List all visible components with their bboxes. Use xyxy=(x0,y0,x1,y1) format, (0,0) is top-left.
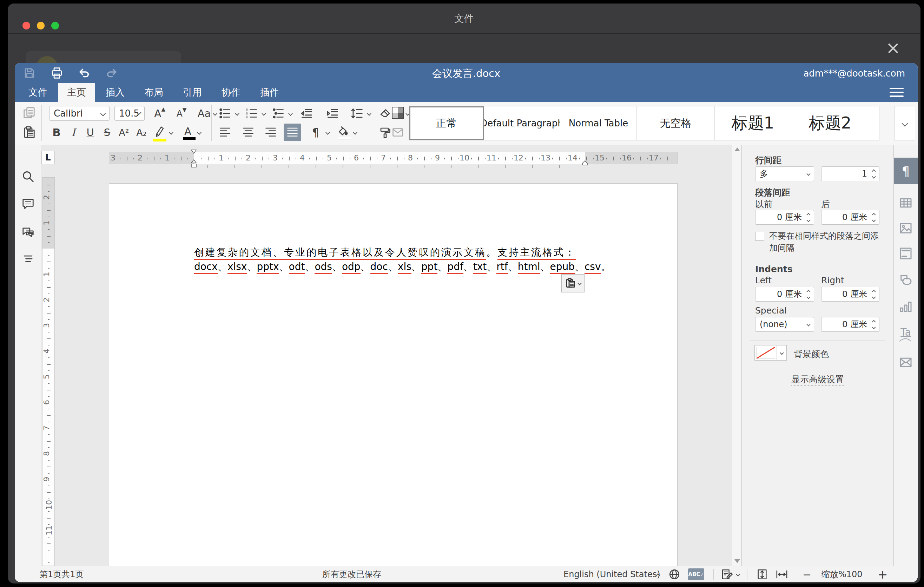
align-right-icon[interactable] xyxy=(262,124,279,140)
paste-icon[interactable] xyxy=(21,124,37,140)
align-left-icon[interactable] xyxy=(217,124,233,140)
spacing-after-spinner[interactable]: 0 厘米 xyxy=(821,210,879,225)
copy-icon[interactable] xyxy=(21,105,37,121)
set-language-globe-icon[interactable] xyxy=(668,566,680,582)
header-footer-settings-icon[interactable] xyxy=(894,240,918,267)
document-canvas[interactable]: L 3211234567891011121314151617 211234567… xyxy=(41,145,732,566)
tab-layout[interactable]: 布局 xyxy=(135,83,172,102)
paragraph-settings-icon[interactable]: ¶ xyxy=(894,158,918,184)
style-gallery-expand-icon[interactable] xyxy=(894,106,915,140)
language-arrow[interactable] xyxy=(657,566,659,582)
first-line-indent-marker[interactable] xyxy=(191,149,197,155)
multilevel-list-icon[interactable] xyxy=(270,106,287,122)
mailmerge-icon[interactable] xyxy=(390,124,406,140)
table-settings-icon[interactable] xyxy=(894,190,918,216)
style-default-paragraph[interactable]: Default Paragraph xyxy=(484,106,560,140)
italic-button[interactable]: I xyxy=(65,124,81,140)
underline-button[interactable]: U xyxy=(82,124,98,140)
tab-home[interactable]: 主页 xyxy=(58,83,95,102)
comments-icon[interactable] xyxy=(21,197,35,211)
style-normal-table[interactable]: Normal Table xyxy=(560,106,637,140)
style-heading2[interactable]: 标题2 xyxy=(791,106,869,140)
background-color-arrow[interactable] xyxy=(777,345,786,360)
tab-file[interactable]: 文件 xyxy=(20,83,56,102)
bullets-arrow[interactable] xyxy=(233,106,241,122)
tab-plugins[interactable]: 插件 xyxy=(251,83,288,102)
indent-left-spinner[interactable]: 0 厘米 xyxy=(755,287,814,302)
bullets-icon[interactable] xyxy=(217,106,233,122)
scroll-down-icon[interactable] xyxy=(734,559,740,563)
vertical-scrollbar[interactable] xyxy=(732,145,741,566)
chat-icon[interactable] xyxy=(21,225,35,239)
hamburger-menu-icon[interactable] xyxy=(889,86,904,98)
font-color-icon[interactable]: A xyxy=(180,124,196,140)
shading-arrow[interactable] xyxy=(350,124,360,140)
strikethrough-button[interactable]: S xyxy=(99,124,115,140)
left-indent-marker[interactable] xyxy=(191,159,197,169)
style-no-spacing[interactable]: 无空格 xyxy=(637,106,715,140)
font-size-select[interactable]: 10.5 xyxy=(114,106,145,121)
tab-insert[interactable]: 插入 xyxy=(97,83,134,102)
show-advanced-settings-link[interactable]: 显示高级设置 xyxy=(742,374,893,385)
align-justify-icon[interactable] xyxy=(284,124,301,141)
fit-width-icon[interactable] xyxy=(775,566,789,582)
undo-icon[interactable] xyxy=(77,66,91,80)
redo-icon[interactable] xyxy=(105,66,119,80)
navigation-headings-icon[interactable] xyxy=(21,252,35,265)
print-icon[interactable] xyxy=(50,66,64,80)
numbering-icon[interactable] xyxy=(244,106,260,122)
language-selector[interactable]: English (United States) xyxy=(563,566,660,582)
search-icon[interactable] xyxy=(21,170,35,183)
scroll-up-icon[interactable] xyxy=(734,147,740,151)
close-icon[interactable]: × xyxy=(883,37,904,58)
background-color-swatch[interactable] xyxy=(754,345,787,361)
fit-page-icon[interactable] xyxy=(756,566,768,582)
special-select[interactable]: (none) xyxy=(755,317,814,332)
line-spacing-select[interactable]: 多 xyxy=(755,167,814,181)
decrease-indent-icon[interactable] xyxy=(299,106,315,122)
increase-font-icon[interactable]: A▲ xyxy=(152,106,168,122)
paste-options-button[interactable] xyxy=(561,274,584,292)
tab-stop-selector[interactable]: L xyxy=(41,151,55,164)
image-settings-icon[interactable] xyxy=(894,215,918,242)
spellcheck-toggle[interactable]: ABC✓ xyxy=(688,566,704,582)
save-icon[interactable] xyxy=(23,66,36,80)
zoom-in-button[interactable]: + xyxy=(878,566,888,582)
line-spacing-value-spinner[interactable]: 1 xyxy=(821,167,879,181)
mailmerge-settings-icon[interactable] xyxy=(894,349,918,376)
font-name-select[interactable]: Calibri xyxy=(49,106,109,121)
tab-collaboration[interactable]: 协作 xyxy=(213,83,249,102)
shading-bucket-icon[interactable] xyxy=(335,124,351,140)
right-indent-marker[interactable] xyxy=(582,160,588,167)
tab-references[interactable]: 引用 xyxy=(174,83,211,102)
track-changes-icon[interactable] xyxy=(721,566,733,582)
decrease-font-icon[interactable]: A▼ xyxy=(173,106,190,122)
page-number-status[interactable]: 第1页共1页 xyxy=(39,566,84,582)
change-case-icon[interactable]: Aa xyxy=(196,106,218,122)
document-page[interactable]: 创建复杂的文档、专业的电子表格以及令人赞叹的演示文稿。支持主流格式： docx、… xyxy=(109,183,678,566)
style-heading1[interactable]: 标题1 xyxy=(715,106,791,140)
no-space-between-checkbox[interactable] xyxy=(755,232,764,241)
multilevel-arrow[interactable] xyxy=(286,106,295,122)
subscript-button[interactable]: A₂ xyxy=(134,124,150,140)
spacing-before-spinner[interactable]: 0 厘米 xyxy=(755,210,814,225)
indent-right-spinner[interactable]: 0 厘米 xyxy=(821,287,879,302)
shape-settings-icon[interactable] xyxy=(894,267,918,294)
zoom-out-button[interactable]: − xyxy=(802,566,811,582)
bold-button[interactable]: B xyxy=(48,124,64,140)
special-by-spinner[interactable]: 0 厘米 xyxy=(821,317,879,332)
vertical-ruler[interactable]: 211234567891011 xyxy=(42,177,55,566)
highlight-color-arrow[interactable] xyxy=(167,124,175,140)
line-spacing-icon[interactable] xyxy=(349,106,365,122)
chart-settings-icon[interactable] xyxy=(894,294,918,320)
style-normal[interactable]: 正常 xyxy=(409,106,484,140)
nonprinting-arrow[interactable] xyxy=(323,124,332,140)
paragraph-text[interactable]: 创建复杂的文档、专业的电子表格以及令人赞叹的演示文稿。支持主流格式： docx、… xyxy=(194,246,594,274)
nonprinting-chars-icon[interactable]: ¶ xyxy=(307,124,324,140)
increase-indent-icon[interactable] xyxy=(324,106,340,122)
font-color-arrow[interactable] xyxy=(195,124,204,140)
textart-settings-icon[interactable]: Ta xyxy=(894,319,918,345)
line-spacing-arrow[interactable] xyxy=(365,106,373,122)
align-center-icon[interactable] xyxy=(240,124,256,140)
numbering-arrow[interactable] xyxy=(259,106,268,122)
